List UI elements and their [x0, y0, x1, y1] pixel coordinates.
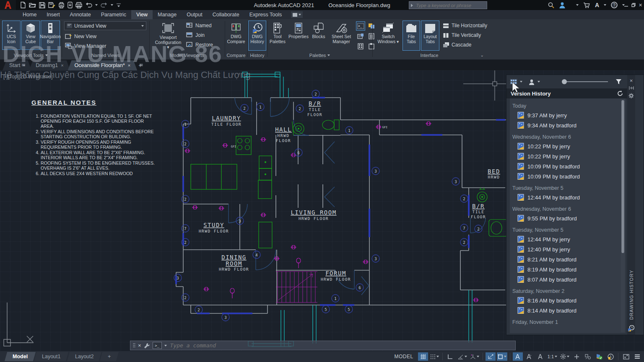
isolate-objects-icon[interactable] [583, 352, 593, 361]
minimize-button[interactable] [623, 0, 630, 10]
model-space-button[interactable]: MODEL [391, 354, 417, 359]
tool-palettes-button[interactable]: Tool Palettes [268, 21, 287, 51]
help-icon[interactable]: ? [611, 2, 618, 8]
refresh-icon[interactable] [617, 90, 623, 96]
switch-windows-button[interactable]: Switch Windows ▾ [377, 21, 400, 51]
properties-palette-button[interactable]: Properties [288, 21, 309, 51]
command-close-icon[interactable]: × [138, 342, 141, 349]
isodraft-icon[interactable] [469, 352, 480, 361]
redo-dropdown-caret[interactable] [111, 4, 113, 6]
current-scale-button[interactable]: 1:1 [547, 352, 558, 361]
scrollbar-thumb[interactable] [621, 100, 624, 253]
print-icon[interactable] [75, 2, 82, 8]
version-entry[interactable]: 12:44 PM by jerry [512, 234, 626, 244]
version-entry[interactable]: 10:22 PM by jerry [512, 141, 626, 151]
palettes-group-label[interactable]: Palettes [267, 51, 372, 59]
save-icon[interactable] [39, 2, 45, 8]
counter-palette-icon[interactable] [356, 41, 365, 51]
help-search-box[interactable] [409, 1, 487, 9]
layout-tab-layout2[interactable]: Layout2 [67, 352, 101, 361]
restore-button[interactable] [630, 0, 637, 10]
annotation-visibility-icon[interactable] [513, 352, 523, 361]
version-list-scrollbar[interactable] [621, 99, 625, 332]
annotation-scale-icon[interactable] [535, 352, 545, 361]
palette-properties-gear-icon[interactable] [628, 92, 634, 99]
workspace-gear-icon[interactable] [559, 352, 570, 361]
hardware-acceleration-icon[interactable] [605, 352, 615, 361]
search-input[interactable] [414, 3, 487, 8]
palette-autohide-icon[interactable] [629, 84, 634, 92]
polar-tracking-icon[interactable] [457, 352, 468, 361]
graphics-performance-icon[interactable] [594, 352, 604, 361]
sheet-set-manager-button[interactable]: Sheet Set Manager [328, 21, 354, 51]
close-button[interactable]: × [637, 0, 644, 10]
recent-commands-caret[interactable] [164, 345, 167, 346]
customization-menu-icon[interactable] [632, 352, 642, 361]
version-entry[interactable]: 8:14 AM by bradford [512, 305, 626, 315]
undo-icon[interactable] [85, 2, 92, 8]
layout-tab-layout1[interactable]: Layout1 [34, 352, 69, 361]
a360-caret[interactable] [604, 4, 606, 6]
blocks-palette-button[interactable]: Blocks [310, 21, 327, 51]
tile-vertically-button[interactable]: Tile Vertically [443, 32, 481, 38]
plot-icon[interactable] [58, 2, 65, 8]
dwg-history-button[interactable]: DWG History [248, 21, 266, 51]
version-entry[interactable]: 9:34 AM by bradford [512, 120, 626, 130]
file-tabs-button[interactable]: File Tabs [402, 21, 420, 51]
sign-in-icon[interactable] [559, 2, 566, 8]
menu-tab-output[interactable]: Output [182, 10, 208, 19]
redo-icon[interactable] [101, 2, 108, 8]
layout-tabs-button[interactable]: Layout Tabs [421, 21, 439, 51]
layout-tab-model[interactable]: Model [5, 352, 36, 361]
grid-display-icon[interactable] [418, 352, 428, 361]
cascade-button[interactable]: Cascade [443, 42, 471, 48]
command-drag-handle[interactable] [133, 343, 135, 349]
snap-mode-icon[interactable] [429, 352, 440, 361]
version-entry[interactable]: 10:09 PM by bradford [512, 161, 626, 171]
view-dropdown[interactable]: Unsaved View [64, 21, 146, 30]
version-entry[interactable]: 10:09 PM by bradford [512, 171, 626, 181]
menu-tab-annotate[interactable]: Annotate [65, 10, 96, 19]
filter-funnel-icon[interactable] [615, 79, 622, 85]
undo-dropdown-caret[interactable] [95, 4, 98, 6]
app-store-cart-icon[interactable] [583, 2, 590, 8]
version-entry[interactable]: 8:21 AM by bradford [512, 254, 626, 264]
menu-tab-manage[interactable]: Manage [153, 10, 182, 19]
version-entry[interactable]: 8:07 AM by bradford [512, 274, 626, 284]
named-viewports-button[interactable]: Named [186, 23, 212, 28]
version-entry[interactable]: 8:19 AM by bradford [512, 264, 626, 274]
user-filter-caret[interactable] [538, 81, 540, 83]
annotation-monitor-icon[interactable] [571, 352, 582, 361]
ribbon-display-toggle[interactable] [291, 11, 303, 18]
ortho-mode-icon[interactable] [445, 352, 455, 361]
menu-tab-collaborate[interactable]: Collaborate [208, 10, 244, 19]
version-history-list[interactable]: Today9:37 AM by jerry9:34 AM by bradford… [510, 98, 626, 333]
version-entry[interactable]: 8:16 AM by bradford [512, 295, 626, 305]
search-icon[interactable] [548, 2, 554, 8]
palette-close-icon[interactable]: × [630, 77, 633, 84]
qat-customize-icon[interactable] [116, 3, 121, 8]
markup-palette-icon[interactable] [356, 31, 365, 41]
user-filter-icon[interactable] [528, 79, 535, 85]
menu-tab-home[interactable]: Home [18, 10, 42, 19]
object-snap-tracking-icon[interactable] [486, 352, 496, 361]
version-entry[interactable]: 9:37 AM by jerry [512, 110, 626, 120]
new-file-icon[interactable] [20, 2, 26, 8]
menu-tab-view[interactable]: View [131, 10, 153, 19]
autoscale-icon[interactable] [524, 352, 534, 361]
save-as-icon[interactable] [48, 2, 55, 8]
command-customize-wrench-icon[interactable] [144, 343, 150, 349]
tile-horizontally-button[interactable]: Tile Horizontally [443, 23, 487, 28]
autodesk-a-icon[interactable]: A [595, 2, 599, 8]
autocad-logo-icon[interactable] [0, 0, 16, 10]
new-layout-button[interactable]: + [100, 352, 119, 361]
new-view-button[interactable]: New View [65, 33, 96, 39]
open-folder-icon[interactable] [29, 2, 36, 8]
version-entry[interactable]: 12:44 PM by bradford [512, 192, 626, 202]
version-entry[interactable]: 12:40 PM by jerry [512, 244, 626, 254]
command-line-bar[interactable]: × >_ [130, 341, 516, 350]
ribbon-collapse-chevron[interactable]: ⌄ [480, 53, 484, 57]
object-snap-icon[interactable] [497, 352, 507, 361]
dwg-compare-button[interactable]: DWG Compare [226, 21, 246, 51]
command-input[interactable] [169, 342, 513, 349]
